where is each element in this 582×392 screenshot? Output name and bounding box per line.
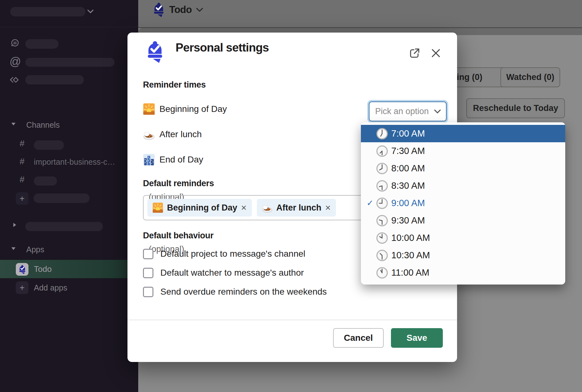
option-label: 9:00 AM [391, 198, 425, 208]
footer-divider [127, 320, 457, 320]
hash-icon: # [20, 175, 25, 185]
add-channel-skeleton[interactable] [34, 193, 90, 203]
chip-beginning-of-day[interactable]: Beginning of Day × [147, 199, 252, 217]
chip-remove-icon[interactable]: × [241, 203, 247, 212]
option-10-00-am[interactable]: 10:00 AM [361, 229, 565, 247]
add-apps-button[interactable]: + [16, 281, 28, 294]
workspace-name-skeleton[interactable] [10, 7, 85, 16]
option-7-00-am[interactable]: 7:00 AM [361, 125, 565, 142]
modal-title: Personal settings [176, 41, 269, 54]
cancel-label: Cancel [344, 333, 373, 343]
reminder-label: Beginning of Day [159, 104, 227, 114]
apps-collapse-icon[interactable] [11, 247, 15, 250]
tab-watched[interactable]: Watched (0) [500, 67, 560, 87]
code-snippets-icon[interactable] [9, 75, 20, 84]
option-label: 11:00 AM [391, 267, 429, 278]
channels-collapse-icon[interactable] [11, 123, 15, 126]
tab-watched-label: Watched (0) [506, 72, 554, 82]
option-label: 8:30 AM [391, 181, 425, 191]
apps-section-header[interactable]: Apps [26, 245, 44, 254]
option-label: 7:30 AM [391, 146, 425, 156]
channel-skeleton[interactable] [34, 140, 64, 150]
checkbox-icon[interactable] [143, 268, 153, 278]
time-dropdown-panel: 7:00 AM 7:30 AM 8:00 AM 8:30 AM ✓ 9:00 A… [361, 122, 565, 285]
option-8-00-am[interactable]: 8:00 AM [361, 160, 565, 177]
threads-icon[interactable] [10, 39, 20, 48]
option-8-30-am[interactable]: 8:30 AM [361, 177, 565, 194]
option-label: 7:00 AM [391, 128, 425, 139]
close-icon[interactable] [430, 47, 442, 59]
reminder-label: End of Day [159, 155, 203, 165]
app-header-title[interactable]: Todo [153, 3, 203, 17]
clock-1030-icon [376, 249, 388, 261]
default-reminders-input[interactable]: Beginning of Day × After lunch × [143, 195, 364, 220]
option-11-00-am[interactable]: 11:00 AM [361, 264, 565, 281]
section-expand-icon[interactable] [13, 223, 16, 227]
reminder-times-label: Reminder times [143, 80, 206, 89]
check-icon: ✓ [367, 198, 376, 208]
sidebar-item-todo-app[interactable]: Todo [0, 260, 138, 278]
add-apps-label[interactable]: Add apps [34, 283, 67, 292]
time-select[interactable]: Pick an option [369, 101, 447, 121]
workspace-chevron-icon[interactable] [87, 9, 94, 13]
mentions-icon[interactable]: @ [9, 55, 21, 68]
curry-rice-icon [143, 128, 155, 140]
threads-skeleton[interactable] [25, 39, 59, 49]
checkbox-default-project[interactable]: Default project to message's channel [143, 248, 305, 260]
clock-10-icon [376, 232, 388, 244]
reminder-row-end-of-day: End of Day [143, 152, 203, 167]
chevron-down-icon[interactable] [196, 8, 203, 12]
sunrise-icon [152, 202, 163, 213]
checkbox-label: Default watcher to message's author [160, 268, 304, 278]
reminder-label: After lunch [159, 129, 202, 139]
open-external-icon[interactable] [408, 47, 421, 59]
option-9-30-am[interactable]: 9:30 AM [361, 212, 565, 229]
sunrise-icon [143, 103, 155, 115]
channel-skeleton[interactable] [34, 176, 57, 186]
channel-important-business[interactable]: important-business-c… [34, 157, 137, 167]
snippets-skeleton[interactable] [25, 75, 84, 84]
clock-7-icon [376, 128, 388, 140]
checkbox-label: Send overdue reminders on the weekends [160, 287, 327, 297]
option-label: 9:30 AM [391, 215, 425, 226]
add-channel-button[interactable]: + [16, 192, 28, 205]
app-window: Todo ing (0) Watched (0) Reschedule to T… [0, 0, 582, 392]
chip-after-lunch[interactable]: After lunch × [257, 199, 336, 217]
channel-header-bar: Todo [138, 0, 582, 28]
mentions-skeleton[interactable] [25, 58, 115, 67]
hash-icon: # [20, 138, 25, 149]
checkbox-default-watcher[interactable]: Default watcher to message's author [143, 266, 304, 279]
clock-930-icon [376, 215, 388, 227]
option-7-30-am[interactable]: 7:30 AM [361, 142, 565, 160]
channels-section-header[interactable]: Channels [26, 120, 60, 130]
reschedule-to-today-button[interactable]: Reschedule to Today [466, 98, 565, 118]
curry-rice-icon [262, 202, 273, 213]
reminder-times-header: Reminder times [143, 80, 206, 90]
hash-icon: # [20, 156, 25, 167]
todo-bell-icon [146, 41, 164, 63]
checkbox-icon[interactable] [143, 287, 153, 297]
checkbox-overdue-weekends[interactable]: Send overdue reminders on the weekends [143, 285, 327, 298]
chip-remove-icon[interactable]: × [325, 203, 331, 212]
sidebar: @ Channels # # important-business-c… # +… [0, 0, 138, 392]
option-10-30-am[interactable]: 10:30 AM [361, 247, 565, 264]
clock-730-icon [376, 145, 388, 157]
default-behaviour-label: Default behaviour [143, 231, 214, 240]
option-9-00-am-selected[interactable]: ✓ 9:00 AM [361, 194, 565, 212]
clock-11-icon [376, 267, 388, 279]
tab-partial-label: ing (0) [457, 72, 482, 82]
cancel-button[interactable]: Cancel [333, 328, 384, 348]
chip-label: Beginning of Day [167, 203, 237, 213]
option-label: 10:30 AM [391, 250, 430, 260]
collapsed-section-skeleton[interactable] [25, 222, 103, 231]
sidebar-divider [0, 27, 138, 27]
plus-icon: + [20, 194, 25, 204]
reminder-row-after-lunch: After lunch [143, 127, 202, 142]
reminder-row-beginning-of-day: Beginning of Day [143, 101, 227, 117]
checkbox-label: Default project to message's channel [160, 249, 305, 259]
save-button[interactable]: Save [391, 328, 443, 348]
checkbox-icon[interactable] [143, 249, 153, 259]
chip-label: After lunch [276, 203, 322, 213]
default-reminders-label: Default reminders [143, 179, 214, 188]
app-title: Todo [169, 4, 192, 15]
